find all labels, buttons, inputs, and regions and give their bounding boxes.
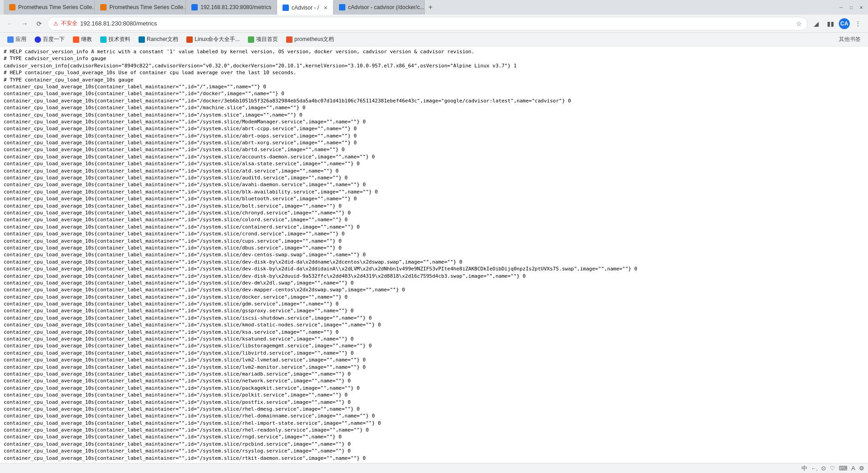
bookmarks-bar: 应用 百度一下 继教 技术资料 Rancher文档 Linux命令大全手... … [0, 33, 868, 46]
tab-5[interactable]: cAdvisor - cadvisor (/docker/c... ✕ [334, 0, 425, 15]
back-button[interactable]: ← [4, 17, 16, 30]
extensions-button[interactable]: ▮▮ [824, 17, 837, 30]
cast-button[interactable]: ◢ [810, 17, 822, 30]
bookmark-prom-label: prometheus文档 [294, 36, 334, 43]
tab-1[interactable]: Prometheus Time Series Colle... ✕ [4, 0, 95, 15]
prom-icon [286, 36, 293, 43]
tab-2[interactable]: Prometheus Time Series Colle... ✕ [95, 0, 186, 15]
content-area[interactable]: # HELP cadvisor_version_info A metric wi… [0, 46, 868, 463]
bookmark-apps[interactable]: 应用 [4, 35, 30, 44]
bookmark-apps-label: 应用 [15, 36, 26, 43]
tab-4[interactable]: cAdvisor - / ✕ [277, 0, 334, 15]
tab-5-favicon [339, 4, 345, 10]
project-icon [248, 36, 254, 43]
window-controls: ─ □ ✕ [838, 4, 864, 10]
tab-5-label: cAdvisor - cadvisor (/docker/c... [348, 4, 424, 10]
bookmark-rancher[interactable]: Rancher文档 [135, 35, 182, 44]
metrics-content: # HELP cadvisor_version_info A metric wi… [4, 48, 864, 463]
url-bar[interactable]: ⚠ 不安全 192.168.81.230:8080/metrics ☆ [47, 17, 808, 31]
security-icon: ⚠ [53, 20, 58, 27]
tab-2-favicon [100, 4, 107, 10]
bookmark-baidu[interactable]: 百度一下 [31, 35, 68, 44]
ca-label: CA [840, 20, 848, 27]
tab-4-label: cAdvisor - / [292, 5, 319, 11]
address-bar: ← → ⟳ ⚠ 不安全 192.168.81.230:8080/metrics … [0, 15, 868, 33]
tab-1-favicon [9, 4, 15, 10]
reload-button[interactable]: ⟳ [33, 17, 46, 30]
user-avatar[interactable]: CA [839, 18, 850, 29]
bookmark-tech[interactable]: 技术资料 [97, 35, 134, 44]
url-text: 192.168.81.230:8080/metrics [80, 20, 793, 27]
bookmark-project-label: 项目首页 [256, 36, 278, 43]
bookmark-linux-label: Linux命令大全手... [195, 36, 240, 43]
tech-icon [100, 36, 107, 43]
maximize-button[interactable]: □ [848, 4, 854, 10]
tab-4-close[interactable]: ✕ [324, 5, 328, 11]
close-button[interactable]: ✕ [858, 4, 864, 10]
insecure-label: 不安全 [61, 20, 77, 27]
tab-3-label: 192.168.81.230:8080/metrics [200, 4, 271, 10]
bookmark-baidu-label: 百度一下 [43, 36, 65, 43]
new-tab-button[interactable]: + [425, 0, 436, 15]
tab-strip: Prometheus Time Series Colle... ✕ Promet… [4, 0, 834, 15]
rancher-icon [139, 36, 145, 43]
minimize-button[interactable]: ─ [838, 4, 844, 10]
baidu-icon [35, 36, 41, 43]
tab-3[interactable]: 192.168.81.230:8080/metrics ✕ [186, 0, 277, 15]
bookmark-project[interactable]: 项目首页 [244, 35, 282, 44]
tab-4-favicon [282, 5, 289, 11]
tab-3-favicon [191, 4, 198, 10]
star-icon[interactable]: ☆ [796, 20, 802, 27]
other-bookmarks[interactable]: 其他书签 [835, 35, 864, 44]
follow-icon [73, 36, 79, 43]
title-bar: Prometheus Time Series Colle... ✕ Promet… [0, 0, 868, 15]
menu-button[interactable]: ⋮ [852, 17, 864, 30]
bookmark-linux[interactable]: Linux命令大全手... [183, 35, 243, 44]
apps-icon [7, 36, 14, 43]
bookmark-follow[interactable]: 继教 [69, 35, 96, 44]
bookmark-tech-label: 技术资料 [108, 36, 130, 43]
linux-icon [186, 36, 193, 43]
bookmark-prom[interactable]: prometheus文档 [282, 35, 338, 44]
address-bar-right: ◢ ▮▮ CA ⋮ [810, 17, 864, 30]
tab-1-label: Prometheus Time Series Colle... [18, 4, 95, 10]
bookmark-rancher-label: Rancher文档 [147, 36, 178, 43]
forward-button[interactable]: → [18, 17, 31, 30]
bookmark-follow-label: 继教 [81, 36, 92, 43]
tab-2-label: Prometheus Time Series Colle... [109, 4, 186, 10]
